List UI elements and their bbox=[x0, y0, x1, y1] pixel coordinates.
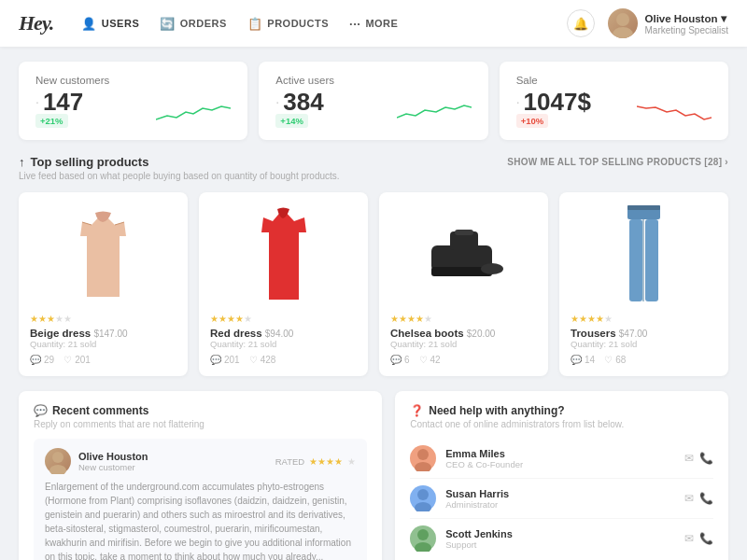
products-list: ★★★★★ Beige dress $147.00 Quantity: 21 s… bbox=[19, 192, 728, 376]
comment-icon: 💬 bbox=[571, 355, 582, 365]
email-icon[interactable]: ✉ bbox=[684, 532, 694, 545]
comments-title: 💬 Recent comments bbox=[34, 404, 367, 417]
user-details: Olive Houston ▾ Marketing Specialist bbox=[645, 12, 728, 35]
svg-rect-8 bbox=[455, 230, 473, 235]
main-nav: 👤 USERS 🔄 ORDERS 📋 PRODUCTS ··· MORE bbox=[81, 17, 566, 31]
help-user-emma: Emma Miles CEO & Co-Founder ✉ 📞 bbox=[410, 439, 713, 479]
arrow-up-icon: ↑ bbox=[19, 155, 25, 169]
more-icon: ··· bbox=[349, 17, 360, 31]
help-avatar-emma bbox=[410, 445, 436, 471]
users-icon: 👤 bbox=[81, 17, 97, 31]
heart-icon: ♡ bbox=[419, 355, 428, 365]
product-stars: ★★★★★ bbox=[390, 314, 537, 324]
heart-icon: ♡ bbox=[63, 355, 72, 365]
user-menu[interactable]: Olive Houston ▾ Marketing Specialist bbox=[608, 8, 728, 38]
help-title: ❓ Need help with anything? bbox=[410, 404, 713, 417]
svg-point-15 bbox=[49, 465, 66, 474]
stat-active-users: Active users · 384 +14% bbox=[259, 62, 487, 140]
help-user-scott: Scott Jenkins Support ✉ 📞 bbox=[410, 519, 713, 558]
logo: Hey. bbox=[19, 11, 53, 35]
product-stars: ★★★★★ bbox=[210, 314, 357, 324]
phone-icon[interactable]: 📞 bbox=[699, 532, 713, 545]
svg-point-19 bbox=[415, 502, 431, 511]
svg-point-21 bbox=[415, 542, 431, 552]
avatar bbox=[608, 8, 638, 38]
comment-card: Olive Houston New customer RATED ★★★★★ E… bbox=[34, 439, 367, 560]
svg-point-16 bbox=[417, 449, 429, 460]
nav-products[interactable]: 📋 PRODUCTS bbox=[247, 17, 329, 31]
comment-avatar bbox=[45, 448, 71, 474]
show-all-products-button[interactable]: SHOW ME ALL TOP SELLING PRODUCTS [28] › bbox=[507, 157, 728, 167]
product-red-dress[interactable]: ★★★★★ Red dress $94.00 Quantity: 21 sold… bbox=[199, 192, 368, 376]
bell-icon: 🔔 bbox=[573, 17, 588, 31]
svg-point-6 bbox=[481, 263, 503, 274]
products-section-header: ↑ Top selling products Live feed based o… bbox=[19, 155, 728, 181]
products-icon: 📋 bbox=[247, 17, 263, 31]
heart-icon: ♡ bbox=[604, 355, 613, 365]
products-title: ↑ Top selling products bbox=[19, 155, 340, 169]
header-right: 🔔 Olive Houston ▾ Marketing Specialist bbox=[567, 8, 728, 38]
svg-point-14 bbox=[52, 452, 63, 463]
phone-icon[interactable]: 📞 bbox=[699, 492, 713, 505]
stat-sale: Sale · 1047$ +10% bbox=[500, 62, 728, 140]
svg-point-17 bbox=[415, 462, 431, 471]
comment-icon: 💬 bbox=[30, 355, 41, 365]
help-icon: ❓ bbox=[410, 404, 424, 417]
svg-rect-13 bbox=[627, 205, 660, 210]
email-icon[interactable]: ✉ bbox=[684, 492, 694, 505]
help-avatar-susan bbox=[410, 485, 436, 511]
bottom-row: 💬 Recent comments Reply on comments that… bbox=[19, 391, 728, 560]
comment-icon: 💬 bbox=[210, 355, 221, 365]
svg-point-1 bbox=[613, 27, 633, 38]
comment-icon: 💬 bbox=[390, 355, 402, 365]
header: Hey. 👤 USERS 🔄 ORDERS 📋 PRODUCTS ··· MOR… bbox=[0, 0, 747, 47]
product-stars: ★★★★★ bbox=[571, 314, 717, 324]
help-section: ❓ Need help with anything? Contact one o… bbox=[395, 391, 728, 560]
svg-rect-10 bbox=[629, 219, 642, 301]
main-content: New customers · 147 +21% Activ bbox=[0, 47, 747, 560]
help-avatar-scott bbox=[410, 525, 436, 552]
svg-point-18 bbox=[417, 489, 429, 500]
chevron-right-icon: › bbox=[725, 157, 728, 167]
svg-point-20 bbox=[417, 529, 429, 540]
orders-icon: 🔄 bbox=[160, 17, 176, 31]
phone-icon[interactable]: 📞 bbox=[699, 452, 713, 465]
svg-point-0 bbox=[616, 13, 629, 26]
nav-orders[interactable]: 🔄 ORDERS bbox=[160, 17, 227, 31]
heart-icon: ♡ bbox=[249, 355, 258, 365]
comment-rating: RATED ★★★★★ bbox=[275, 456, 357, 467]
comment-bubble-icon: 💬 bbox=[34, 404, 48, 417]
product-stars: ★★★★★ bbox=[30, 314, 176, 324]
stats-row: New customers · 147 +21% Activ bbox=[19, 62, 728, 140]
product-chelsea-boots[interactable]: ★★★★★ Chelsea boots $20.00 Quantity: 21 … bbox=[379, 192, 548, 376]
product-trousers[interactable]: ★★★★★ Trousers $47.00 Quantity: 21 sold … bbox=[559, 192, 728, 376]
email-icon[interactable]: ✉ bbox=[684, 452, 694, 465]
svg-rect-11 bbox=[645, 219, 658, 301]
nav-users[interactable]: 👤 USERS bbox=[81, 17, 139, 31]
bell-button[interactable]: 🔔 bbox=[567, 9, 595, 37]
stat-new-customers: New customers · 147 +21% bbox=[19, 62, 247, 140]
comments-section: 💬 Recent comments Reply on comments that… bbox=[19, 391, 382, 560]
help-user-susan: Susan Harris Administrator ✉ 📞 bbox=[410, 479, 713, 519]
nav-more[interactable]: ··· MORE bbox=[349, 17, 398, 31]
product-beige-dress[interactable]: ★★★★★ Beige dress $147.00 Quantity: 21 s… bbox=[19, 192, 188, 376]
